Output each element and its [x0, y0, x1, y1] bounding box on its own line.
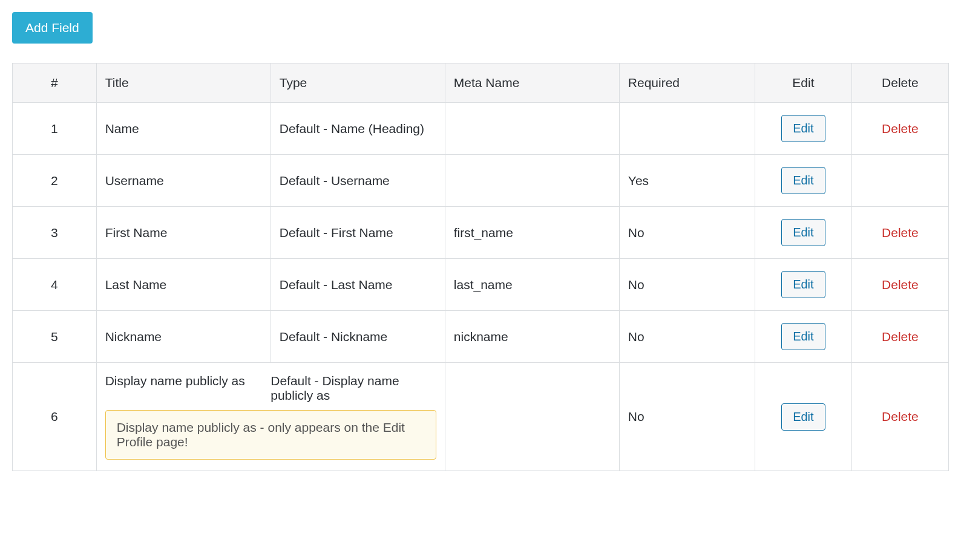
header-type: Type [271, 63, 445, 103]
row-title-type-merged: Display name publicly asDefault - Displa… [96, 363, 445, 471]
row-edit-cell: Edit [755, 155, 851, 207]
header-delete: Delete [851, 63, 948, 103]
row-type: Default - First Name [271, 207, 445, 259]
row-num: 6 [13, 363, 97, 471]
edit-button[interactable]: Edit [781, 323, 825, 350]
row-meta-name: last_name [445, 259, 619, 311]
delete-link[interactable]: Delete [882, 122, 919, 135]
table-row: 4Last NameDefault - Last Namelast_nameNo… [13, 259, 949, 311]
row-edit-cell: Edit [755, 311, 851, 363]
row-edit-cell: Edit [755, 363, 851, 471]
row-meta-name: nickname [445, 311, 619, 363]
header-title: Title [96, 63, 271, 103]
add-field-button[interactable]: Add Field [12, 12, 93, 44]
row-num: 4 [13, 259, 97, 311]
row-edit-cell: Edit [755, 259, 851, 311]
table-header-row: # Title Type Meta Name Required Edit Del… [13, 63, 949, 103]
header-required: Required [619, 63, 755, 103]
row-type: Default - Last Name [271, 259, 445, 311]
row-title: Nickname [96, 311, 271, 363]
row-required: Yes [619, 155, 755, 207]
row-title: Username [96, 155, 271, 207]
edit-button[interactable]: Edit [781, 403, 825, 431]
fields-table: # Title Type Meta Name Required Edit Del… [12, 63, 949, 471]
edit-button[interactable]: Edit [781, 219, 825, 246]
delete-link[interactable]: Delete [882, 226, 919, 239]
table-row: 1NameDefault - Name (Heading)EditDelete [13, 103, 949, 155]
edit-button[interactable]: Edit [781, 271, 825, 298]
row-type: Default - Name (Heading) [271, 103, 445, 155]
row-delete-cell: Delete [851, 311, 948, 363]
delete-link[interactable]: Delete [882, 409, 919, 423]
row-type: Default - Nickname [271, 311, 445, 363]
row-title: First Name [96, 207, 271, 259]
edit-button[interactable]: Edit [781, 167, 825, 194]
header-meta-name: Meta Name [445, 63, 619, 103]
row-notice: Display name publicly as - only appears … [105, 410, 436, 460]
row-type: Default - Display name publicly as [271, 374, 436, 403]
row-num: 3 [13, 207, 97, 259]
row-meta-name [445, 155, 619, 207]
delete-link[interactable]: Delete [882, 330, 919, 343]
row-meta-name [445, 103, 619, 155]
row-required: No [619, 207, 755, 259]
table-row: 2UsernameDefault - UsernameYesEdit [13, 155, 949, 207]
row-delete-cell: Delete [851, 103, 948, 155]
row-meta-name [445, 363, 619, 471]
row-edit-cell: Edit [755, 207, 851, 259]
header-num: # [13, 63, 97, 103]
row-num: 5 [13, 311, 97, 363]
row-delete-cell [851, 155, 948, 207]
row-title: Name [96, 103, 271, 155]
row-required: No [619, 259, 755, 311]
row-title: Last Name [96, 259, 271, 311]
row-delete-cell: Delete [851, 207, 948, 259]
table-row: 6Display name publicly asDefault - Displ… [13, 363, 949, 471]
row-meta-name: first_name [445, 207, 619, 259]
row-required: No [619, 311, 755, 363]
row-type: Default - Username [271, 155, 445, 207]
row-required: No [619, 363, 755, 471]
delete-link[interactable]: Delete [882, 278, 919, 291]
edit-button[interactable]: Edit [781, 115, 825, 142]
row-delete-cell: Delete [851, 363, 948, 471]
row-num: 2 [13, 155, 97, 207]
row-edit-cell: Edit [755, 103, 851, 155]
row-required [619, 103, 755, 155]
table-row: 5NicknameDefault - NicknamenicknameNoEdi… [13, 311, 949, 363]
header-edit: Edit [755, 63, 851, 103]
row-title: Display name publicly as [105, 374, 271, 403]
row-delete-cell: Delete [851, 259, 948, 311]
table-row: 3First NameDefault - First Namefirst_nam… [13, 207, 949, 259]
row-num: 1 [13, 103, 97, 155]
